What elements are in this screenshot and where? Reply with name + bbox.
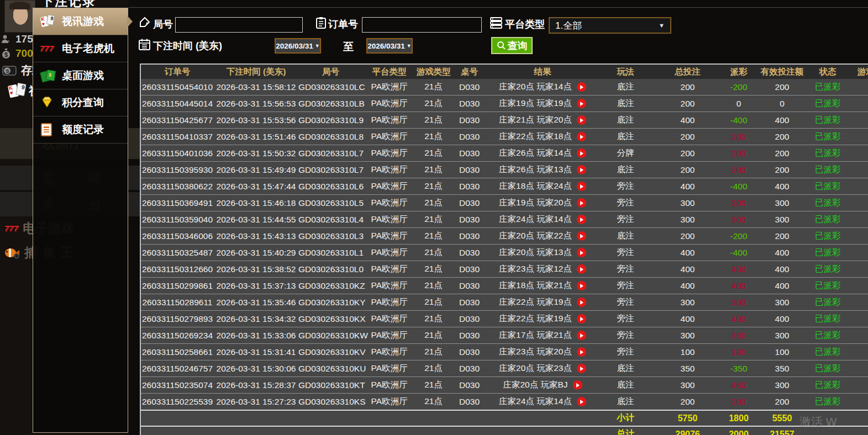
play-video-button[interactable] bbox=[577, 215, 586, 224]
cell-status: 已派彩 bbox=[809, 214, 846, 225]
play-video-button[interactable] bbox=[577, 99, 586, 108]
play-video-button[interactable] bbox=[577, 347, 586, 357]
cell-platform: PA欧洲厅 bbox=[363, 296, 415, 308]
play-video-button[interactable] bbox=[577, 264, 586, 274]
cell-game-type: 21点 bbox=[415, 247, 451, 258]
cell-game-type: 21点 bbox=[415, 363, 451, 374]
play-video-button[interactable] bbox=[577, 298, 586, 307]
cell-total-bet: 300 bbox=[653, 331, 722, 341]
play-video-button[interactable] bbox=[577, 115, 586, 125]
cell-table-no: D030 bbox=[451, 314, 487, 324]
result-text: 庄家19点 玩家19点 bbox=[499, 98, 572, 109]
round-no-input[interactable] bbox=[175, 17, 303, 33]
cell-valid-bet: 200 bbox=[755, 82, 809, 92]
search-button[interactable]: 查询 bbox=[491, 37, 533, 54]
cell-valid-bet: 200 bbox=[755, 165, 809, 175]
person-icon: * bbox=[1, 34, 11, 44]
cell-payout: 450 bbox=[722, 380, 755, 390]
play-video-button[interactable] bbox=[577, 248, 586, 257]
cell-status: 已派彩 bbox=[809, 181, 846, 192]
play-video-button[interactable] bbox=[577, 281, 586, 290]
platform-type-select[interactable]: 1.全部 ▼ bbox=[549, 17, 671, 34]
play-video-button[interactable] bbox=[577, 231, 586, 241]
menu-item-points-query[interactable]: 积分查询 bbox=[33, 89, 128, 116]
cell-play-type: 底注 bbox=[598, 363, 653, 374]
cell-total-bet: 400 bbox=[653, 248, 722, 258]
cell-valid-bet: 350 bbox=[755, 364, 809, 374]
play-video-button[interactable] bbox=[577, 364, 586, 373]
cell-play-type: 旁注 bbox=[598, 263, 653, 275]
cell-platform: PA欧洲厅 bbox=[363, 379, 415, 391]
play-video-button[interactable] bbox=[577, 397, 586, 406]
play-video-button[interactable] bbox=[577, 182, 586, 191]
play-video-button[interactable] bbox=[577, 82, 586, 92]
play-video-button[interactable] bbox=[573, 380, 582, 390]
date-to-picker[interactable]: 2026/03/31 ▼ bbox=[366, 38, 413, 54]
cell-result: 庄家18点 玩家24点 bbox=[487, 181, 598, 192]
order-no-input[interactable] bbox=[362, 17, 482, 33]
cell-platform: PA欧洲厅 bbox=[363, 346, 415, 358]
total-payout: 2000 bbox=[722, 429, 755, 435]
cell-platform: PA欧洲厅 bbox=[363, 181, 415, 192]
cell-table-no: D030 bbox=[451, 380, 487, 390]
cell-play-type: 底注 bbox=[598, 396, 653, 407]
cell-game-type: 21点 bbox=[415, 81, 451, 93]
cell-game-type: 21点 bbox=[415, 197, 451, 209]
table-row: 260331150410337 2026-03-31 15:51:46 GD03… bbox=[141, 128, 868, 145]
menu-item-credit-records[interactable]: 额度记录 bbox=[33, 116, 128, 144]
slot-777-icon: 777 bbox=[40, 41, 56, 56]
cell-game-type: 21点 bbox=[415, 164, 451, 176]
slot-777-icon: 777 bbox=[4, 221, 18, 236]
table-row: 260331150312660 2026-03-31 15:38:52 GD03… bbox=[141, 261, 868, 277]
cell-result: 庄家23点 玩家12点 bbox=[487, 263, 598, 275]
subtotal-payout: 1800 bbox=[722, 413, 755, 423]
cell-result: 庄家20点 玩家23点 bbox=[487, 363, 598, 374]
activation-watermark: 激活 W bbox=[799, 414, 837, 429]
play-video-button[interactable] bbox=[577, 331, 586, 340]
cell-round-no: GD030263310L7 bbox=[298, 148, 363, 158]
date-from-picker[interactable]: 2026/03/31 ▼ bbox=[275, 38, 321, 54]
play-video-button[interactable] bbox=[577, 198, 586, 208]
play-video-button[interactable] bbox=[577, 314, 586, 323]
menu-item-slots[interactable]: 777 电子老虎机 bbox=[33, 35, 128, 62]
cell-play-type: 旁注 bbox=[598, 313, 653, 325]
play-video-button[interactable] bbox=[577, 132, 586, 141]
menu-item-video-games[interactable]: K♥9 视讯游戏 bbox=[33, 8, 128, 35]
table-row: 260331150258661 2026-03-31 15:31:41 GD03… bbox=[141, 343, 868, 360]
menu-item-label: 电子老虎机 bbox=[62, 41, 114, 56]
col-header-status: 状态 bbox=[809, 66, 846, 78]
cell-total-bet: 300 bbox=[653, 380, 722, 390]
cell-play-type: 旁注 bbox=[598, 181, 653, 192]
app-window: * 1756 $ 7000 S 存款 K♥ 9 视 经典 bbox=[0, 0, 868, 435]
cell-round-no: GD030263310L4 bbox=[298, 215, 363, 225]
cell-valid-bet: 200 bbox=[755, 132, 809, 142]
menu-item-label: 桌面游戏 bbox=[62, 68, 104, 83]
cell-valid-bet: 400 bbox=[755, 115, 809, 125]
chevron-down-icon: ▼ bbox=[315, 43, 320, 49]
play-video-button[interactable] bbox=[577, 148, 586, 158]
cell-total-bet: 200 bbox=[653, 99, 722, 109]
cell-payout: 300 bbox=[722, 298, 755, 307]
cell-total-bet: 200 bbox=[653, 397, 722, 407]
cell-order-no: 260331150289611 bbox=[141, 298, 214, 307]
cell-platform: PA欧洲厅 bbox=[363, 263, 415, 275]
menu-item-label: 额度记录 bbox=[62, 123, 104, 137]
cell-valid-bet: 300 bbox=[755, 298, 809, 307]
avatar-hair bbox=[9, 2, 30, 9]
cell-play-type: 旁注 bbox=[598, 247, 653, 258]
cell-game-type: 21点 bbox=[415, 114, 451, 126]
cell-payout: -200 bbox=[722, 82, 755, 92]
bet-time-label: 下注时间 (美东) bbox=[153, 39, 222, 52]
diamond-icon bbox=[40, 96, 56, 110]
cell-bet-time: 2026-03-31 15:43:13 bbox=[214, 231, 298, 241]
table-row: 260331150346006 2026-03-31 15:43:13 GD03… bbox=[141, 227, 868, 244]
cell-status: 已派彩 bbox=[809, 197, 846, 209]
cell-platform: PA欧洲厅 bbox=[363, 164, 415, 176]
menu-item-table-games[interactable]: $ 桌面游戏 bbox=[33, 62, 128, 89]
cell-order-no: 260331150454010 bbox=[141, 82, 214, 92]
cell-order-no: 260331150425677 bbox=[141, 115, 214, 125]
play-video-button[interactable] bbox=[577, 165, 586, 174]
cell-status: 已派彩 bbox=[809, 363, 846, 374]
cell-game-type: 21点 bbox=[415, 313, 451, 325]
cell-status: 已派彩 bbox=[809, 81, 846, 93]
